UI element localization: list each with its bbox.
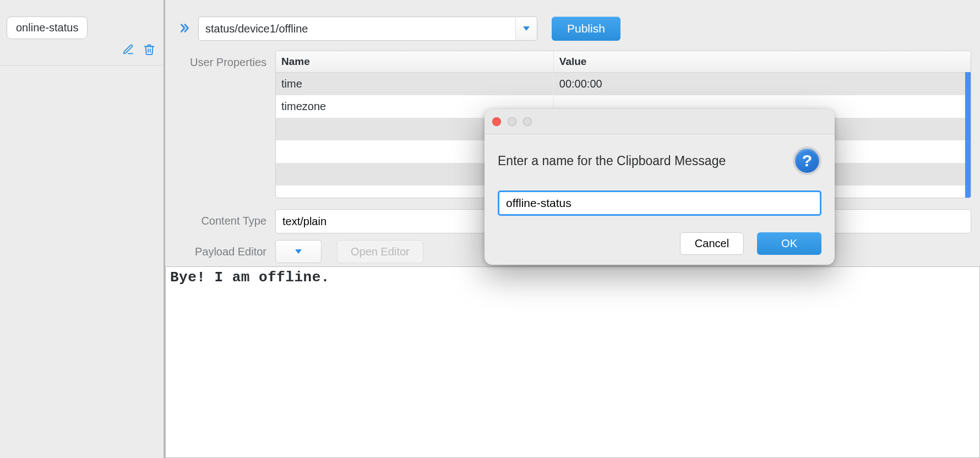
- sidebar-actions: [122, 43, 156, 56]
- topic-input[interactable]: [198, 17, 515, 41]
- chevron-down-icon: [523, 26, 530, 31]
- publish-button[interactable]: Publish: [552, 17, 620, 41]
- col-header-name: Name: [276, 51, 554, 72]
- user-properties-label: User Properties: [178, 51, 266, 69]
- sidebar: online-status: [0, 0, 165, 458]
- payload-preview[interactable]: Bye! I am offline.: [165, 266, 980, 458]
- cell-value: 00:00:00: [554, 73, 971, 95]
- payload-format-dropdown[interactable]: [275, 240, 322, 263]
- table-row[interactable]: time 00:00:00: [276, 73, 971, 95]
- publish-bar: Publish: [165, 0, 980, 47]
- dialog-actions: Cancel OK: [498, 232, 821, 255]
- open-editor-button[interactable]: Open Editor: [337, 240, 423, 263]
- col-header-value: Value: [554, 51, 971, 72]
- edit-icon[interactable]: [122, 43, 135, 56]
- sidebar-item-online-status[interactable]: online-status: [7, 17, 88, 39]
- dialog-message: Enter a name for the Clipboard Message: [498, 154, 726, 168]
- chevron-down-icon: [295, 249, 302, 254]
- dialog-body: Enter a name for the Clipboard Message ?…: [484, 134, 835, 265]
- trash-icon[interactable]: [143, 43, 156, 56]
- help-icon[interactable]: ?: [793, 146, 821, 175]
- zoom-icon: [523, 117, 532, 126]
- payload-editor-label: Payload Editor: [178, 240, 266, 258]
- minimize-icon: [508, 117, 516, 126]
- table-header: Name Value: [276, 51, 971, 73]
- sidebar-divider: [0, 65, 164, 66]
- topic-dropdown-button[interactable]: [515, 17, 537, 41]
- topic-combo: [198, 17, 537, 41]
- scrollbar[interactable]: [965, 72, 971, 198]
- cancel-button[interactable]: Cancel: [680, 232, 744, 255]
- ok-button[interactable]: OK: [757, 232, 821, 255]
- cell-name: time: [276, 73, 554, 95]
- clipboard-name-input[interactable]: [498, 190, 821, 216]
- clipboard-name-dialog: Enter a name for the Clipboard Message ?…: [484, 109, 835, 265]
- payload-text: Bye! I am offline.: [170, 269, 975, 286]
- expand-icon[interactable]: [178, 22, 192, 35]
- dialog-titlebar[interactable]: [484, 109, 835, 134]
- content-type-label: Content Type: [178, 209, 266, 227]
- sidebar-item-label: online-status: [16, 21, 78, 34]
- close-icon[interactable]: [492, 117, 501, 126]
